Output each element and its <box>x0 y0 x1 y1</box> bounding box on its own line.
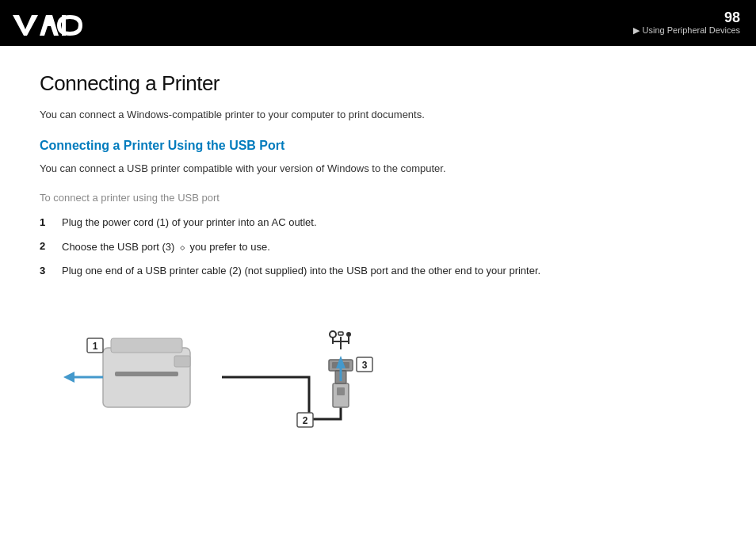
svg-marker-11 <box>63 372 74 383</box>
svg-rect-24 <box>338 332 343 335</box>
step-3: 3 Plug one end of a USB printer cable (2… <box>40 263 716 279</box>
svg-marker-0 <box>13 15 38 36</box>
sub-paragraph: You can connect a USB printer compatible… <box>40 161 716 177</box>
step-1: 1 Plug the power cord (1) of your printe… <box>40 215 716 231</box>
step-text-1: Plug the power cord (1) of your printer … <box>62 215 317 231</box>
svg-rect-6 <box>115 372 178 376</box>
vaio-logo-image <box>11 9 82 37</box>
svg-point-23 <box>346 332 351 337</box>
svg-text:1: 1 <box>93 341 98 352</box>
svg-text:3: 3 <box>362 360 368 371</box>
diagram-area: 1 2 <box>40 292 716 451</box>
svg-rect-7 <box>174 356 190 367</box>
header-right: 98 ▶ Using Peripheral Devices <box>633 10 740 36</box>
svg-rect-5 <box>111 338 182 353</box>
main-content: Connecting a Printer You can connect a W… <box>0 46 756 467</box>
step-num-2: 2 <box>40 238 62 254</box>
connection-diagram: 1 2 <box>40 292 420 447</box>
page-number: 98 <box>633 10 740 25</box>
header: 98 ▶ Using Peripheral Devices <box>0 0 756 46</box>
step-num-3: 3 <box>40 263 62 279</box>
usb-symbol: ⬦ <box>179 240 185 253</box>
step-num-1: 1 <box>40 215 62 231</box>
svg-rect-15 <box>337 387 345 395</box>
svg-rect-2 <box>46 23 52 25</box>
section-title-header: ▶ Using Peripheral Devices <box>633 25 740 35</box>
intro-paragraph: You can connect a Windows-compatible pri… <box>40 107 716 123</box>
step-text-2: Choose the USB port (3) ⬦ you prefer to … <box>62 238 270 255</box>
logo <box>11 9 82 37</box>
page-title: Connecting a Printer <box>40 71 716 96</box>
steps-list: 1 Plug the power cord (1) of your printe… <box>40 215 716 278</box>
svg-text:2: 2 <box>303 415 308 426</box>
section-heading: Connecting a Printer Using the USB Port <box>40 139 716 153</box>
svg-point-22 <box>330 331 336 338</box>
step-2: 2 Choose the USB port (3) ⬦ you prefer t… <box>40 238 716 255</box>
step-text-3: Plug one end of a USB printer cable (2) … <box>62 263 540 279</box>
procedure-label: To connect a printer using the USB port <box>40 192 716 204</box>
